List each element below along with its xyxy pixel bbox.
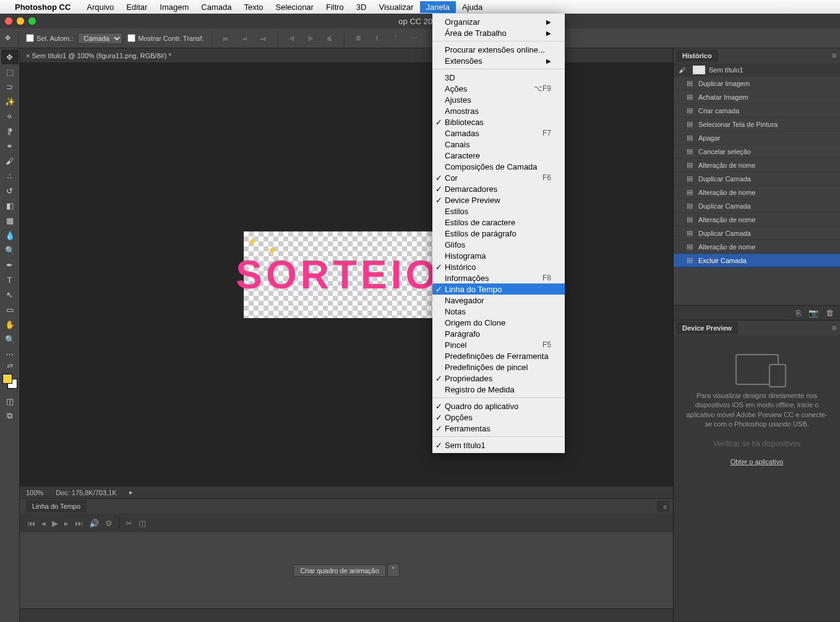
menu-item-ajustes[interactable]: Ajustes [432, 94, 565, 105]
align-hcenter-icon[interactable]: ⫸ [304, 32, 318, 45]
align-bottom-icon[interactable]: ⫥ [257, 32, 270, 45]
next-frame-icon[interactable]: ▸ [64, 519, 69, 528]
menu-item-a-es[interactable]: Ações⌥F9 [432, 83, 565, 94]
eraser-tool[interactable]: ◧ [1, 198, 19, 213]
delete-state-icon[interactable]: 🗑 [826, 308, 834, 317]
align-left-icon[interactable]: ⫷ [286, 32, 299, 45]
brush-tool[interactable]: 🖌 [1, 153, 19, 168]
janela-dropdown[interactable]: Organizar▶Área de Trabalho▶Procurar exte… [432, 14, 565, 453]
menu-item-ferramentas[interactable]: ✓Ferramentas [432, 423, 565, 434]
history-step[interactable]: ▤Alteração de nome [674, 158, 840, 172]
history-step[interactable]: ▤Apagar [674, 131, 840, 145]
menu-janela[interactable]: Janela [420, 1, 456, 13]
history-list[interactable]: 🖌 Sem título1 ▤Duplicar Imagem▤Achatar I… [674, 63, 840, 305]
menu-item-predefini-es-de-ferramenta[interactable]: Predefinições de Ferramenta [432, 350, 565, 361]
settings-icon[interactable]: ⚙ [105, 519, 113, 528]
menu-item-histograma[interactable]: Histograma [432, 250, 565, 261]
foreground-color[interactable] [2, 374, 12, 384]
history-step[interactable]: ▤Duplicar Camada [674, 172, 840, 186]
menu-item-registro-de-medida[interactable]: Registro de Medida [432, 384, 565, 395]
menu-item-informa-es[interactable]: InformaçõesF8 [432, 272, 565, 283]
quickmask-icon[interactable]: ◫ [1, 394, 19, 408]
history-step[interactable]: ▤Duplicar Camada [674, 227, 840, 240]
auto-select-target[interactable]: Camada [78, 33, 122, 44]
menu-filtro[interactable]: Filtro [320, 1, 350, 13]
menu-visualizar[interactable]: Visualizar [372, 1, 419, 13]
menu-item-quadro-do-aplicativo[interactable]: ✓Quadro do aplicativo [432, 400, 565, 412]
auto-select-checkbox[interactable]: Sel. Autom.: [26, 34, 73, 42]
menu-item-amostras[interactable]: Amostras [432, 105, 565, 116]
panel-menu-icon[interactable]: ≡ [832, 324, 836, 332]
dodge-tool[interactable]: 🔍 [1, 243, 19, 257]
menu-item--rea-de-trabalho[interactable]: Área de Trabalho▶ [432, 27, 565, 38]
zoom-window-button[interactable] [28, 17, 36, 25]
menu-editar[interactable]: Editar [120, 1, 153, 13]
menu-item-glifos[interactable]: Glifos [432, 239, 565, 250]
align-vcenter-icon[interactable]: ⫤ [238, 32, 252, 45]
menu-item-demarcadores[interactable]: ✓Demarcadores [432, 183, 565, 194]
menu-item-bibliotecas[interactable]: ✓Bibliotecas [432, 116, 565, 127]
panel-menu-icon[interactable]: ≡ [657, 501, 669, 512]
menu-3d[interactable]: 3D [350, 1, 373, 13]
menu-item-caractere[interactable]: Caractere [432, 150, 565, 161]
history-step[interactable]: ▤Excluir Camada [674, 254, 840, 267]
distribute-h-icon[interactable]: ⦀ [371, 32, 384, 45]
status-arrow-icon[interactable]: ▸ [129, 488, 133, 496]
menu-item-procurar-extens-es-online-[interactable]: Procurar extensões online... [432, 44, 565, 55]
history-step[interactable]: ▤Cancelar seleção [674, 145, 840, 158]
menu-item-origem-do-clone[interactable]: Origem do Clone [432, 317, 565, 328]
move-tool[interactable]: ✥ [1, 50, 19, 64]
menu-item-composi-es-de-camada[interactable]: Composições de Camada [432, 161, 565, 172]
first-frame-icon[interactable]: ⏮ [27, 519, 35, 528]
pen-tool[interactable]: ✒ [1, 257, 19, 272]
history-step[interactable]: ▤Alteração de nome [674, 186, 840, 199]
menu-item-organizar[interactable]: Organizar▶ [432, 16, 565, 27]
last-frame-icon[interactable]: ⏭ [75, 519, 83, 528]
check-devices-button[interactable]: Verificar se há dispositivos [713, 439, 800, 448]
history-step[interactable]: ▤Achatar Imagem [674, 90, 840, 104]
timeline-tab[interactable]: Linha do Tempo [26, 500, 87, 512]
audio-icon[interactable]: 🔊 [89, 519, 99, 528]
crop-tool[interactable]: ⟡ [1, 109, 19, 124]
menu-item-pincel[interactable]: PincelF5 [432, 339, 565, 350]
menu-item-estilos-de-caractere[interactable]: Estilos de caractere [432, 217, 565, 228]
menu-item-estilos[interactable]: Estilos [432, 205, 565, 217]
eyedropper-tool[interactable]: ⁋ [1, 124, 19, 139]
path-select-tool[interactable]: ↖ [1, 287, 19, 302]
new-snapshot-icon[interactable]: 📷 [808, 308, 818, 317]
distribute-v-icon[interactable]: ≣ [352, 32, 366, 45]
healing-tool[interactable]: ⚭ [1, 139, 19, 153]
history-step[interactable]: ▤Duplicar Camada [674, 199, 840, 213]
type-tool[interactable]: T [1, 272, 19, 287]
history-tab[interactable]: Histórico [676, 50, 718, 62]
app-name[interactable]: Photoshop CC [15, 2, 71, 12]
menu-item-3d[interactable]: 3D [432, 72, 565, 83]
history-brush-tool[interactable]: ↺ [1, 183, 19, 198]
get-app-link[interactable]: Obter o aplicativo [731, 458, 784, 465]
menu-item-par-grafo[interactable]: Parágrafo [432, 328, 565, 339]
menu-selecionar[interactable]: Selecionar [270, 1, 320, 13]
menu-item-linha-do-tempo[interactable]: ✓Linha do Tempo [432, 283, 565, 295]
menu-arquivo[interactable]: Arquivo [80, 1, 120, 13]
history-step[interactable]: ▤Alteração de nome [674, 240, 840, 254]
marquee-tool[interactable]: ⬚ [1, 64, 19, 79]
show-transform-checkbox[interactable]: Mostrar Contr. Transf. [127, 34, 204, 42]
canvas[interactable]: ✦ ✦ ✦ SORTEIO! [244, 231, 449, 318]
menu-item-op-es[interactable]: ✓Opções [432, 412, 565, 423]
menu-imagem[interactable]: Imagem [153, 1, 195, 13]
menu-item-estilos-de-par-grafo[interactable]: Estilos de parágrafo [432, 228, 565, 239]
menu-item-navegador[interactable]: Navegador [432, 295, 565, 306]
menu-item-camadas[interactable]: CamadasF7 [432, 127, 565, 139]
menu-item-extens-es[interactable]: Extensões▶ [432, 55, 565, 66]
history-step[interactable]: ▤Duplicar Imagem [674, 77, 840, 90]
align-right-icon[interactable]: ⫹ [323, 32, 336, 45]
document-tab[interactable]: × Sem título1 @ 100% (figura11.png, RGB/… [26, 52, 171, 59]
screenmode-icon[interactable]: ⧉ [1, 408, 19, 423]
minimize-window-button[interactable] [17, 17, 24, 25]
menu-camada[interactable]: Camada [195, 1, 238, 13]
panel-menu-icon[interactable]: ≡ [832, 51, 836, 60]
blur-tool[interactable]: 💧 [1, 228, 19, 243]
edit-toolbar-button[interactable]: ⋯ [1, 347, 19, 361]
menu-item-hist-rico[interactable]: ✓Histórico [432, 261, 565, 272]
menu-ajuda[interactable]: Ajuda [456, 1, 489, 13]
